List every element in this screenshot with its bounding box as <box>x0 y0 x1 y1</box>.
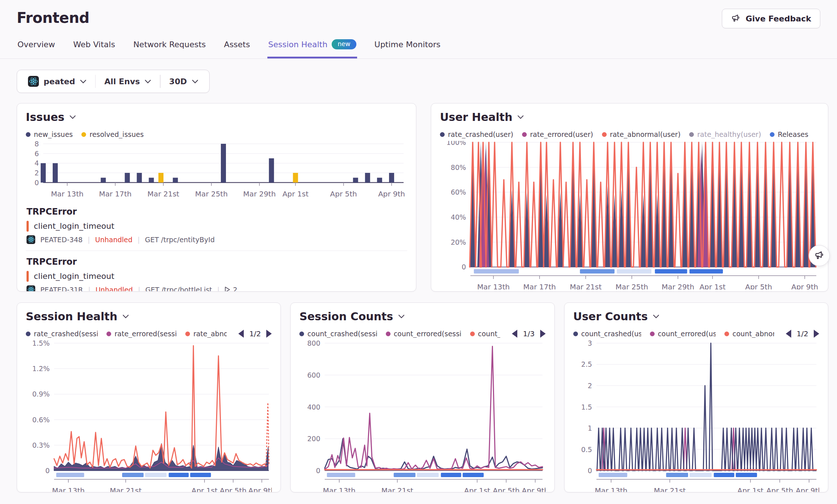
issue-short-id: PEATED-348 <box>40 236 82 244</box>
page-title: Frontend <box>17 9 820 26</box>
svg-text:Apr 5th: Apr 5th <box>330 190 357 198</box>
issue-message: client_login_timeout <box>34 272 114 281</box>
issues-title-text: Issues <box>26 111 64 123</box>
svg-text:Apr 1st: Apr 1st <box>191 486 218 492</box>
legend-rate-healthy-user[interactable]: rate_healthy(user) <box>689 130 761 138</box>
svg-text:2: 2 <box>35 169 39 177</box>
project-value: peated <box>44 77 75 86</box>
chevron-down-icon <box>145 80 151 84</box>
svg-text:Mar 17th: Mar 17th <box>99 190 132 198</box>
session-counts-panel: Session Counts count_crashed(session) co… <box>290 302 554 492</box>
legend-count-crashed-user[interactable]: count_crashed(user) <box>573 330 641 338</box>
legend-rate-errored-user[interactable]: rate_errored(user) <box>522 130 593 138</box>
feedback-fab[interactable] <box>809 245 830 266</box>
chevron-down-icon <box>517 115 524 119</box>
prev-page-button[interactable] <box>512 330 517 338</box>
svg-text:20%: 20% <box>451 238 466 246</box>
page-indicator: 1/2 <box>249 329 261 338</box>
next-page-button[interactable] <box>266 330 272 338</box>
svg-text:Apr 9th: Apr 9th <box>796 486 819 492</box>
session-health-panel-title[interactable]: Session Health <box>26 310 272 323</box>
user-health-chart[interactable]: 020%40%60%80%100%Mar 13thMar 17thMar 21s… <box>440 141 819 289</box>
user-health-panel-title[interactable]: User Health <box>440 111 819 123</box>
legend-count-abnormal-user[interactable]: count_abnorm <box>724 330 774 338</box>
megaphone-icon <box>814 251 824 261</box>
prev-page-button[interactable] <box>786 330 791 338</box>
svg-text:Apr 1st: Apr 1st <box>699 283 725 289</box>
issue-row[interactable]: TRPCError client_login_timeout PEATED-34… <box>26 201 407 251</box>
session-counts-chart[interactable]: 0200400600800Mar 13thMar 21stApr 1stApr … <box>299 340 545 492</box>
date-range-selector[interactable]: 30D <box>161 77 207 86</box>
x-axis: Mar 13thMar 21stApr 1stApr 5thApr 9th <box>323 479 545 492</box>
environment-selector[interactable]: All Envs <box>96 77 160 86</box>
tab-session-health[interactable]: Session Health new <box>267 37 357 58</box>
react-project-icon <box>27 235 35 244</box>
session-counts-panel-title[interactable]: Session Counts <box>299 310 545 323</box>
give-feedback-button[interactable]: Give Feedback <box>722 9 820 28</box>
svg-text:0: 0 <box>587 467 592 475</box>
release-bars <box>56 473 211 477</box>
legend-pagination: 1/3 <box>509 329 545 338</box>
legend-count-crashed-session[interactable]: count_crashed(session) <box>299 330 377 338</box>
session-health-chart[interactable]: 00.3%0.6%0.9%1.2%1.5%Mar 13thMar 21stApr… <box>26 340 272 492</box>
user-counts-chart[interactable]: 00.511.522.53Mar 13thMar 21stApr 1stApr … <box>573 340 819 492</box>
svg-text:Mar 25th: Mar 25th <box>615 283 648 289</box>
svg-text:2: 2 <box>587 382 592 390</box>
series-dot <box>106 332 111 336</box>
issue-row[interactable]: TRPCError client_login_timeout PEATED-31… <box>26 251 407 292</box>
legend-count-errored-session[interactable]: count_errored(session) <box>386 330 461 338</box>
release-bars <box>327 473 484 477</box>
svg-text:Apr 1st: Apr 1st <box>464 486 490 492</box>
next-page-button[interactable] <box>814 330 819 338</box>
svg-text:0.9%: 0.9% <box>32 390 50 398</box>
series-dot <box>770 132 775 137</box>
legend-rate-crashed-user[interactable]: rate_crashed(user) <box>440 130 513 138</box>
tab-assets[interactable]: Assets <box>223 37 251 58</box>
user-health-legend: rate_crashed(user) rate_errored(user) ra… <box>440 129 819 139</box>
legend-rate-crashed-session[interactable]: rate_crashed(session) <box>26 330 98 338</box>
issues-list: TRPCError client_login_timeout PEATED-34… <box>26 201 407 292</box>
user-counts-panel-title[interactable]: User Counts <box>573 310 819 323</box>
svg-text:Mar 13th: Mar 13th <box>595 486 627 492</box>
series-dot <box>185 332 190 336</box>
svg-text:0.5: 0.5 <box>581 446 592 454</box>
tab-overview[interactable]: Overview <box>17 37 56 58</box>
user-health-panel: User Health rate_crashed(user) rate_erro… <box>431 103 828 292</box>
prev-page-button[interactable] <box>238 330 244 338</box>
legend-rate-abnormal-session[interactable]: rate_abnorr <box>185 330 227 338</box>
svg-text:100%: 100% <box>446 141 466 146</box>
megaphone-icon <box>731 14 740 23</box>
release-bars <box>474 269 723 273</box>
user-counts-legend: count_crashed(user) count_errored(user) … <box>573 329 819 339</box>
x-axis: Mar 13thMar 21stApr 1stApr 5thApr 9th <box>52 479 272 492</box>
series-dot <box>81 132 86 137</box>
tab-web-vitals[interactable]: Web Vitals <box>73 37 116 58</box>
svg-text:0.3%: 0.3% <box>32 441 50 449</box>
issues-chart[interactable]: 02468Mar 13thMar 17thMar 21stMar 25thMar… <box>26 141 407 201</box>
series-dot <box>650 332 655 336</box>
legend-new-issues[interactable]: new_issues <box>26 130 73 138</box>
legend-count-errored-user[interactable]: count_errored(user) <box>650 330 716 338</box>
x-axis: Mar 13thMar 17thMar 21stMar 25thMar 29th… <box>470 276 818 289</box>
svg-text:1.2%: 1.2% <box>32 365 50 373</box>
legend-rate-errored-session[interactable]: rate_errored(session) <box>106 330 177 338</box>
page-filter-bar: peated All Envs 30D <box>17 70 210 93</box>
svg-text:0: 0 <box>462 263 466 271</box>
project-selector[interactable]: peated <box>19 76 95 87</box>
tab-uptime-monitors[interactable]: Uptime Monitors <box>374 37 441 58</box>
legend-count-abnormal-session[interactable]: count_a <box>470 330 501 338</box>
svg-text:0: 0 <box>45 467 50 475</box>
issues-panel-title[interactable]: Issues <box>26 111 407 123</box>
legend-releases[interactable]: Releases <box>770 130 808 138</box>
svg-text:Mar 13th: Mar 13th <box>51 190 84 198</box>
svg-text:600: 600 <box>307 371 320 379</box>
issue-endpoint: GET /trpc/entityById <box>145 236 215 244</box>
legend-resolved-issues[interactable]: resolved_issues <box>81 130 143 138</box>
issue-error-type[interactable]: TRPCError <box>27 207 407 217</box>
legend-rate-abnormal-user[interactable]: rate_abnormal(user) <box>602 130 681 138</box>
next-page-button[interactable] <box>540 330 546 338</box>
svg-text:Mar 21st: Mar 21st <box>147 190 179 198</box>
issue-error-type[interactable]: TRPCError <box>27 257 407 267</box>
chevron-down-icon <box>192 80 198 84</box>
tab-network-requests[interactable]: Network Requests <box>133 37 207 58</box>
